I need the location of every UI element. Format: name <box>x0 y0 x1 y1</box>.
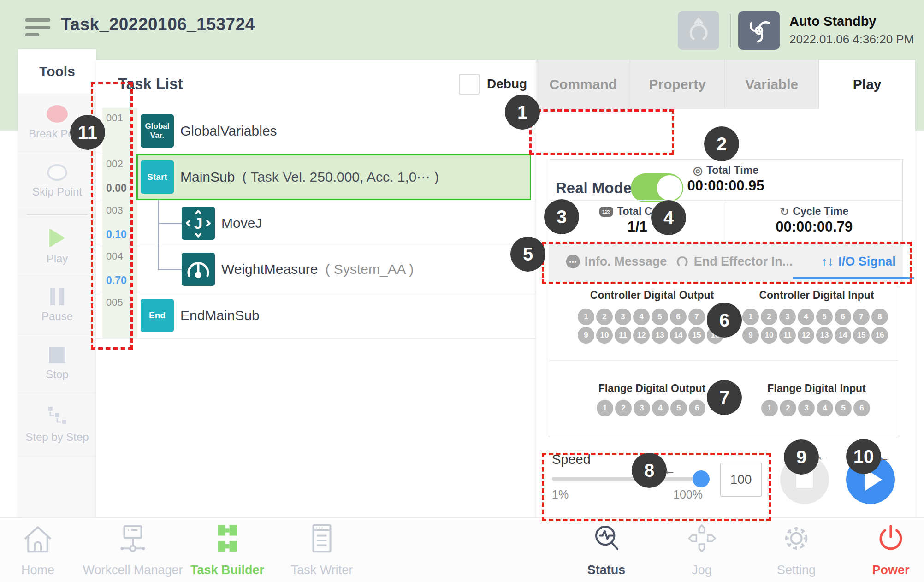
total-time-cell: ◎ Total Time 00:00:00.95 <box>549 160 902 201</box>
task-row-label: EndMainSub <box>180 292 260 339</box>
callout-badge: 10 <box>846 439 881 474</box>
home-icon <box>21 521 55 560</box>
nav-task-builder[interactable]: Task Builder <box>172 521 283 577</box>
movej-icon: J <box>182 207 215 240</box>
io-channel: 11 <box>779 327 796 344</box>
nav-status[interactable]: Status <box>551 521 662 577</box>
nav-task-writer[interactable]: Task Writer <box>267 521 377 577</box>
page-title: Task_20220106_153724 <box>61 15 255 34</box>
nav-power[interactable]: Power <box>835 521 924 577</box>
callout-badge: 11 <box>70 115 105 150</box>
io-channel: 7 <box>688 309 705 325</box>
debug-checkbox[interactable] <box>459 74 480 95</box>
cycle-time-cell: ↻ Cycle Time 00:00:00.79 <box>726 201 903 242</box>
io-channel: 6 <box>835 309 851 325</box>
play-tool-button[interactable]: Play <box>18 218 96 276</box>
gauge-icon <box>182 253 215 286</box>
swirl-icon <box>738 11 780 50</box>
io-channel: 1 <box>761 400 778 416</box>
tools-divider <box>18 211 96 218</box>
start-badge: Start <box>141 160 174 194</box>
io-channel: 6 <box>853 400 870 416</box>
io-channel: 1 <box>742 309 759 325</box>
io-channel: 1 <box>597 400 613 416</box>
task-list-panel: Task List Debug 001 Global Var. GlobalVa… <box>96 60 536 517</box>
io-channel: 3 <box>779 309 796 325</box>
task-row-label: WeightMeasure( System_AA ) <box>221 246 414 292</box>
controller-output-row2: 910111213141516 <box>578 327 723 344</box>
status-icon <box>589 521 623 560</box>
tab-command[interactable]: Command <box>536 60 630 109</box>
task-builder-icon <box>210 521 244 560</box>
bottom-navigation: Home Workcell Manager Task Builder Ta <box>0 517 924 582</box>
io-channel: 9 <box>742 327 759 344</box>
callout-badge: 8 <box>632 453 667 488</box>
io-channel: 3 <box>615 309 631 325</box>
io-channel: 2 <box>596 309 613 325</box>
stop-tool-button[interactable]: Stop <box>18 335 96 393</box>
io-channel: 4 <box>798 309 814 325</box>
controller-output-label: Controller Digital Output <box>590 289 714 302</box>
flange-input-row: 123456 <box>761 400 870 416</box>
setting-icon <box>779 521 813 560</box>
io-channel: 2 <box>780 400 796 416</box>
nav-jog[interactable]: Jog <box>646 521 757 577</box>
nav-workcell-manager[interactable]: Workcell Manager <box>77 521 188 577</box>
power-icon <box>874 521 908 560</box>
task-row-endmainsub[interactable]: 005 End EndMainSub <box>96 292 536 339</box>
io-channel: 5 <box>835 400 852 416</box>
hamburger-menu-icon[interactable] <box>25 18 53 41</box>
io-channel: 4 <box>652 400 669 416</box>
io-channel: 11 <box>615 327 631 344</box>
play-icon <box>49 228 65 248</box>
callout-badge: 5 <box>510 237 545 272</box>
cycle-icon: ↻ <box>780 206 789 217</box>
io-channel: 14 <box>670 327 687 344</box>
task-row-detail: ( Task Vel. 250.000, Acc. 1,0⋯ ) <box>242 169 438 184</box>
flange-input-label: Flange Digital Input <box>767 382 865 395</box>
stop-icon <box>49 347 65 363</box>
step-by-step-button[interactable]: Step by Step <box>18 393 96 457</box>
robot-mode-button[interactable] <box>738 11 780 50</box>
tree-connector <box>158 269 182 270</box>
step-by-step-icon <box>46 406 69 426</box>
robot-status-text: Auto Standby <box>789 14 877 29</box>
io-channel: 9 <box>578 327 594 344</box>
count-icon: 123 <box>599 207 613 217</box>
task-row-mainsub[interactable]: 002 0.00 Start MainSub( Task Vel. 250.00… <box>96 154 536 200</box>
gripper-status-button[interactable] <box>678 11 719 50</box>
task-row-globalvariables[interactable]: 001 Global Var. GlobalVariables <box>96 108 536 154</box>
callout-badge: 4 <box>651 200 686 235</box>
io-channel: 6 <box>689 400 705 416</box>
tools-filler <box>18 457 96 517</box>
total-time-value: 00:00:00.95 <box>549 178 902 194</box>
io-channel: 6 <box>670 309 687 325</box>
io-channel: 16 <box>871 327 888 344</box>
nav-setting[interactable]: Setting <box>741 521 852 577</box>
task-row-weightmeasure[interactable]: 004 0.70 WeightMeasure( System_AA ) <box>96 246 536 292</box>
io-channel: 10 <box>761 327 777 344</box>
tab-property[interactable]: Property <box>630 60 724 109</box>
tab-play[interactable]: Play <box>819 60 915 109</box>
tree-line <box>158 246 159 270</box>
io-channel: 5 <box>816 309 833 325</box>
io-channel: 13 <box>816 327 833 344</box>
skip-point-icon <box>47 164 67 181</box>
flange-output-row: 123456 <box>597 400 705 416</box>
callout-badge: 7 <box>707 380 742 415</box>
pause-tool-button[interactable]: Pause <box>18 276 96 335</box>
callout-badge: 2 <box>704 126 739 161</box>
end-badge: End <box>141 299 174 332</box>
annotation-box <box>529 109 674 155</box>
io-channel: 14 <box>835 327 851 344</box>
task-row-movej[interactable]: 003 0.10 J MoveJ <box>96 200 536 246</box>
task-row-label: MainSub( Task Vel. 250.000, Acc. 1,0⋯ ) <box>180 154 439 200</box>
task-row-detail: ( System_AA ) <box>326 261 414 277</box>
break-point-icon <box>47 105 68 123</box>
skip-point-button[interactable]: Skip Point <box>18 152 96 211</box>
right-panel-tabs: Command Property Variable Play <box>536 60 915 108</box>
stop-label: Stop <box>46 368 68 381</box>
tree-connector <box>158 223 182 224</box>
tab-variable[interactable]: Variable <box>725 60 819 109</box>
io-channel: 5 <box>652 309 668 325</box>
